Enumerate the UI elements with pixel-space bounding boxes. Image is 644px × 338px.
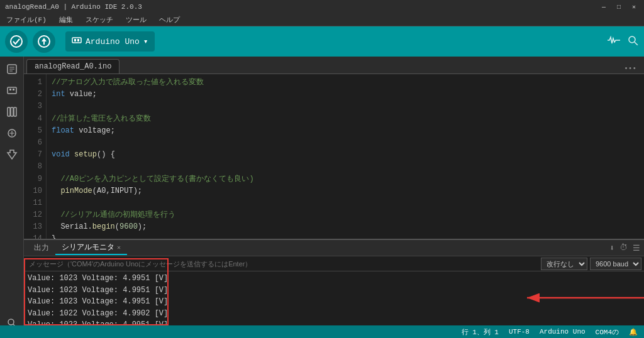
serial-message-input[interactable] — [26, 260, 538, 268]
svg-rect-5 — [77, 39, 79, 41]
board-name: Arduino Uno — [86, 37, 140, 46]
menu-file[interactable]: ファイル(F) — [4, 15, 49, 25]
menu-tools[interactable]: ツール — [123, 15, 149, 25]
sidebar-item-debug[interactable] — [2, 123, 22, 143]
sidebar — [0, 57, 24, 338]
maximize-button[interactable]: □ — [614, 2, 624, 12]
menu-bar: ファイル(F) 編集 スケッチ ツール ヘルプ — [0, 14, 644, 26]
output-tab-output[interactable]: 出力 — [28, 241, 55, 254]
title-bar: analogRead_A0 | Arduino IDE 2.0.3 — □ ✕ — [0, 0, 644, 14]
status-board: Arduino Uno — [540, 328, 586, 335]
scroll-down-icon[interactable]: ⬇ — [609, 243, 614, 253]
panel-icons: ⬇ ⏱ ☰ — [609, 243, 640, 253]
sidebar-item-library[interactable] — [2, 102, 22, 122]
svg-rect-12 — [8, 107, 10, 116]
baud-rate-select[interactable]: 9600 baud — [590, 258, 641, 270]
serial-tab-close[interactable]: ✕ — [117, 244, 121, 251]
output-tab-label: 出力 — [34, 243, 49, 253]
window-controls: — □ ✕ — [599, 2, 639, 12]
sidebar-item-board[interactable] — [2, 80, 22, 101]
svg-rect-3 — [72, 38, 81, 43]
upload-icon — [38, 35, 50, 48]
output-tab-serial[interactable]: シリアルモニタ ✕ — [55, 241, 127, 255]
sidebar-item-plugin[interactable] — [2, 144, 22, 165]
menu-edit[interactable]: 編集 — [57, 15, 75, 25]
svg-line-7 — [635, 42, 638, 45]
svg-rect-4 — [74, 39, 76, 41]
status-port: COM4の — [596, 327, 619, 337]
svg-rect-10 — [9, 89, 11, 90]
verify-button[interactable] — [5, 30, 28, 53]
title-text: analogRead_A0 | Arduino IDE 2.0.3 — [5, 3, 142, 11]
status-encoding: UTF-8 — [509, 328, 530, 335]
tab-menu-button[interactable]: ••• — [619, 63, 641, 74]
close-button[interactable]: ✕ — [629, 2, 639, 12]
activity-monitor-icon[interactable] — [608, 35, 620, 48]
svg-rect-11 — [13, 89, 14, 90]
minimize-button[interactable]: — — [599, 2, 609, 12]
toolbar-right — [608, 35, 639, 48]
plugin-icon — [6, 149, 18, 160]
file-tab[interactable]: analogRead_A0.ino — [26, 59, 119, 74]
board-sidebar-icon — [6, 85, 18, 96]
verify-icon — [10, 35, 23, 48]
code-text[interactable]: //アナログ入力で読み取った値を入れる変数 int value; //計算した電… — [47, 74, 644, 239]
svg-point-0 — [11, 36, 22, 47]
output-tabs: 出力 シリアルモニタ ✕ ⬇ ⏱ ☰ — [24, 240, 644, 256]
svg-point-6 — [629, 36, 635, 43]
toolbar: Arduino Uno ▾ — [0, 26, 644, 57]
board-selector[interactable]: Arduino Uno ▾ — [65, 31, 155, 52]
sidebar-item-files[interactable] — [2, 59, 22, 79]
clock-icon[interactable]: ⏱ — [619, 243, 628, 253]
code-editor[interactable]: 1 2 3 4 5 6 7 8 9 10 11 12 13 14 15 16 1… — [24, 74, 644, 239]
status-bar: 行 1、列 1 UTF-8 Arduino Uno COM4の 🔔 — [0, 325, 644, 338]
svg-rect-14 — [14, 107, 16, 116]
svg-rect-9 — [8, 87, 16, 94]
board-chevron-icon: ▾ — [143, 36, 148, 46]
menu-sketch[interactable]: スケッチ — [83, 15, 116, 25]
serial-monitor-icon[interactable] — [628, 35, 639, 48]
main-area: analogRead_A0.ino ••• 1 2 3 4 5 6 7 8 9 … — [24, 57, 644, 338]
svg-rect-13 — [11, 107, 13, 116]
output-panel: 出力 シリアルモニタ ✕ ⬇ ⏱ ☰ 改行なし 9600 baud — [24, 239, 644, 338]
status-position: 行 1、列 1 — [462, 327, 499, 337]
line-ending-select[interactable]: 改行なし — [541, 258, 587, 270]
menu-icon[interactable]: ☰ — [633, 243, 640, 253]
svg-point-16 — [8, 319, 14, 325]
tab-bar: analogRead_A0.ino ••• — [24, 57, 644, 74]
file-tab-name: analogRead_A0.ino — [35, 62, 111, 71]
magnify-icon — [628, 35, 639, 45]
menu-help[interactable]: ヘルプ — [157, 15, 182, 25]
serial-input-row: 改行なし 9600 baud — [24, 256, 644, 271]
board-icon — [72, 35, 82, 45]
waveform-icon — [608, 35, 620, 45]
board-selector-icon — [72, 35, 82, 48]
files-icon — [6, 63, 18, 75]
library-icon — [6, 106, 18, 117]
serial-tab-label: シリアルモニタ — [62, 242, 114, 253]
status-bell-icon: 🔔 — [629, 328, 638, 336]
debug-icon — [6, 128, 18, 139]
upload-button[interactable] — [33, 30, 55, 53]
line-numbers: 1 2 3 4 5 6 7 8 9 10 11 12 13 14 15 16 1… — [24, 74, 47, 239]
